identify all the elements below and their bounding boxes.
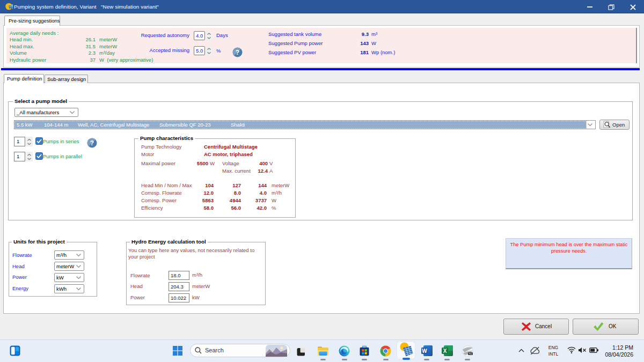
svg-text:?: ?: [90, 139, 94, 147]
svg-text:X: X: [443, 348, 447, 354]
svg-text:Pro: Pro: [469, 353, 472, 355]
svg-text:?: ?: [236, 49, 239, 56]
svg-text:W: W: [422, 348, 427, 354]
